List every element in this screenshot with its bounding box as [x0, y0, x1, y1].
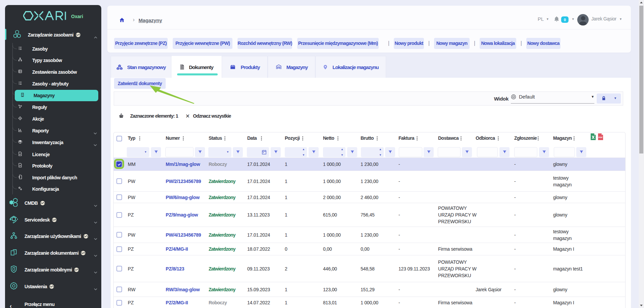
svg-text:PDF: PDF [598, 136, 603, 138]
